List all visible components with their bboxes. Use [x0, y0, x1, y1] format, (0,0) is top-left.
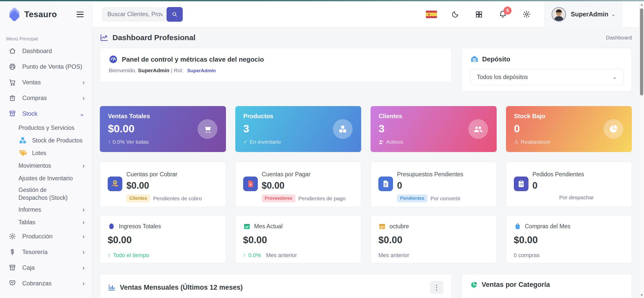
- role-badge: SuperAdmin: [187, 68, 216, 73]
- sidebar-item-label: Compras: [22, 94, 47, 102]
- pocket-icon: [9, 280, 16, 287]
- sidebar-item-pos[interactable]: Punto de Venta (POS): [0, 59, 92, 74]
- chart-menu-button[interactable]: ⋮: [430, 281, 443, 294]
- chevron-down-icon: ⌄: [79, 110, 85, 117]
- acc-footline: Pendientes Por convertir: [397, 194, 489, 202]
- sidebar-item-label: Caja: [22, 264, 35, 271]
- sidebar-subitem-movimientos[interactable]: Movimientos ›: [0, 159, 92, 172]
- monthly-sales-chart-card: Ventas Mensuales (Últimos 12 meses) ⋮ $1: [100, 274, 452, 298]
- kpi-footer-link[interactable]: 0.0% Ver todas: [113, 139, 149, 145]
- acc-footer-text: Por despachar: [559, 194, 594, 201]
- sidebar-subitem-ajustes-inventario[interactable]: Ajustes de Inventario: [0, 172, 92, 185]
- sidebar-toggle-hamburger-icon[interactable]: [77, 12, 84, 17]
- vertical-scrollbar[interactable]: ▲ ▼: [639, 1, 644, 298]
- sidebar-item-compras[interactable]: Compras ›: [0, 90, 92, 106]
- badge-pendientes: Pendientes: [397, 194, 427, 202]
- chevron-right-icon: ›: [82, 280, 85, 287]
- main-content: Dashboard Profesional Dashboard Panel de…: [93, 28, 639, 298]
- acc-footline: Clientes Pendientes de cobro: [126, 194, 218, 202]
- sidebar-item-dashboard[interactable]: Dashboard: [0, 43, 92, 59]
- sidebar-subitem-label: Productos y Servicios: [18, 125, 74, 131]
- svg-text:$: $: [249, 183, 251, 186]
- svg-text:$: $: [114, 181, 116, 184]
- welcome-title: Panel de control y métricas clave del ne…: [109, 55, 443, 64]
- document-icon: [378, 177, 393, 191]
- met-value: $0.00: [378, 235, 489, 245]
- cart-icon: [9, 79, 16, 86]
- sidebar-subitem-informes[interactable]: Informes ›: [0, 203, 92, 216]
- pie-chart-icon: [604, 119, 623, 139]
- sidebar-item-label: Stock: [22, 110, 37, 117]
- met-value: $0.00: [108, 235, 218, 245]
- chart-line-icon: [100, 33, 108, 42]
- acc-body: Cuentas por Cobrar $0.00: [126, 171, 218, 191]
- sidebar-item-cobranzas[interactable]: Cobranzas ›: [0, 276, 92, 291]
- calendar-icon: [378, 222, 386, 230]
- sidebar-item-stock[interactable]: Stock ⌄: [0, 106, 92, 121]
- scrollbar-thumb[interactable]: [640, 8, 643, 95]
- met-value: $0.00: [243, 235, 354, 245]
- notifications-button[interactable]: 5: [497, 9, 509, 20]
- sidebar-subitem-lotes[interactable]: Lotes: [0, 147, 92, 159]
- met-title: Compras del Mes: [525, 223, 570, 230]
- dollar-icon: [9, 248, 16, 256]
- met-head: Ingresos Totales: [108, 222, 218, 230]
- cart-icon: [198, 119, 217, 139]
- clipboard-icon: [514, 177, 528, 191]
- language-flag-button[interactable]: [426, 9, 437, 20]
- moon-icon: [451, 10, 459, 18]
- gauge-icon: [109, 55, 118, 64]
- hand-dollar-icon: $: [108, 177, 122, 191]
- sidebar-item-caja[interactable]: Caja ›: [0, 260, 92, 276]
- sidebar-item-tesoreria[interactable]: Tesorería ›: [0, 244, 92, 260]
- chevron-right-icon: ›: [82, 219, 85, 226]
- sidebar-item-label: Punto de Venta (POS): [22, 63, 82, 70]
- welcome-row: Panel de control y métricas clave del ne…: [100, 48, 632, 91]
- sidebar-item-label: Ventas: [22, 79, 41, 86]
- sidebar-subitem-label: Gestión de Despachos (Stock): [18, 186, 76, 202]
- card-pedidos-pendientes: Pedidos Pendientes 0 Por despachar: [506, 162, 632, 207]
- sidebar-item-ventas[interactable]: Ventas ›: [0, 74, 92, 90]
- page-title: Dashboard Profesional: [100, 33, 195, 42]
- user-menu[interactable]: SuperAdmin ⌄: [544, 1, 623, 28]
- acc-value: 0: [397, 180, 489, 191]
- met-footer-text: Todo el tiempo: [113, 252, 149, 259]
- sidebar-subitem-gestion-despachos[interactable]: Gestión de Despachos (Stock): [0, 185, 83, 203]
- page-title-text: Dashboard Profesional: [112, 33, 195, 42]
- user-check-icon: [379, 139, 384, 145]
- sidebar-subitem-tablas[interactable]: Tablas ›: [0, 216, 92, 229]
- met-footer: Mes anterior: [378, 252, 489, 259]
- dark-mode-button[interactable]: [449, 9, 461, 20]
- kpi-footer-text: Activos: [386, 139, 403, 145]
- met-footer-text: Mes anterior: [378, 252, 409, 259]
- scroll-up-arrow[interactable]: ▲: [639, 1, 644, 7]
- kpi-title: Ventas Totales: [108, 113, 218, 120]
- sidebar-item-produccion[interactable]: Producción ›: [0, 229, 92, 244]
- sidebar-subitem-stock-productos[interactable]: Stock de Productos: [0, 134, 92, 147]
- chevron-right-icon: ›: [82, 249, 85, 255]
- deposito-select[interactable]: Todos los depósitos ⌄: [470, 69, 624, 85]
- chart-title: Ventas Mensuales (Últimos 12 meses): [108, 284, 243, 291]
- window-top-strip: [0, 0, 644, 1]
- acc-footer-text: Pendientes de cobro: [153, 195, 202, 202]
- card-compras-del-mes: Compras del Mes $0.00 0 compras: [506, 215, 632, 263]
- kpi-title: Stock Bajo: [514, 113, 624, 120]
- acc-body: Presupuestos Pendientes 0: [397, 171, 489, 191]
- settings-button[interactable]: [521, 9, 532, 20]
- card-cuentas-por-pagar: $ Cuentas por Pagar $0.00 Proveedores Pe…: [235, 162, 361, 207]
- scroll-down-arrow[interactable]: ▼: [639, 292, 644, 298]
- search-input[interactable]: [102, 7, 168, 22]
- sidebar-subitem-productos-servicios[interactable]: Productos y Servicios: [0, 121, 92, 134]
- acc-value: $0.00: [126, 180, 218, 191]
- invoice-icon: $: [243, 177, 258, 191]
- acc-title: Presupuestos Pendientes: [397, 171, 489, 178]
- menu-section-label: Menú Principal: [0, 28, 92, 43]
- search-button[interactable]: [167, 7, 183, 22]
- avatar: [551, 7, 566, 22]
- sidebar-subitem-label: Movimientos: [18, 162, 51, 169]
- apps-grid-button[interactable]: [473, 9, 485, 20]
- sidebar-item-label: Producción: [22, 233, 53, 240]
- pie-chart-green-icon: [470, 281, 478, 289]
- calendar-check-icon: [243, 222, 251, 230]
- chevron-right-icon: ›: [82, 95, 85, 101]
